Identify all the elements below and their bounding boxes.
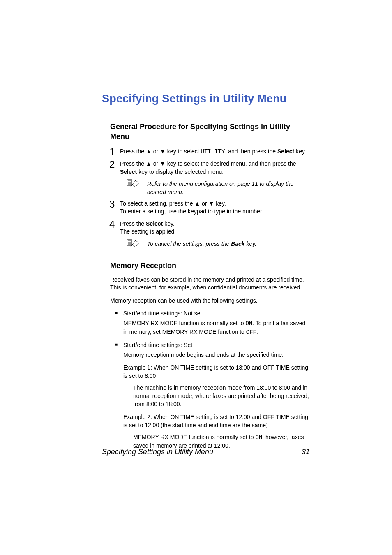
footer-divider — [102, 445, 310, 445]
key-back: Back — [231, 240, 244, 247]
bullet-body: Memory reception mode begins and ends at… — [123, 351, 310, 359]
step-text: , and then press the — [225, 148, 277, 155]
step-number: 4 — [109, 217, 115, 231]
svg-rect-6 — [127, 240, 132, 246]
step-text: key to display the selected menu. — [137, 169, 224, 175]
key-select: Select — [146, 220, 163, 227]
note-text: Refer to the menu configuration on page … — [147, 180, 293, 195]
body-paragraph: Memory reception can be used with the fo… — [110, 297, 310, 305]
page: Specifying Settings in Utility Menu Gene… — [0, 0, 392, 555]
text: . — [256, 328, 258, 335]
note-block: To cancel the settings, press the Back k… — [127, 240, 310, 248]
step-text: key. — [294, 148, 306, 155]
example-1-detail: The machine is in memory reception mode … — [133, 384, 310, 408]
section-heading-memory: Memory Reception — [110, 261, 310, 270]
section-heading-general: General Procedure for Specifying Setting… — [110, 122, 310, 142]
step-3: 3 To select a setting, press the ▲ or ▼ … — [110, 200, 310, 216]
steps-block: 1 Press the ▲ or ▼ key to select UTILITY… — [110, 148, 310, 248]
note-icon — [127, 239, 141, 247]
page-title: Specifying Settings in Utility Menu — [102, 92, 310, 105]
note-icon — [127, 179, 141, 187]
step-text: key. — [163, 220, 175, 227]
page-footer: Specifying Settings in Utility Menu 31 — [102, 445, 310, 456]
step-text: Press the — [120, 220, 146, 227]
mono-on: ON — [245, 320, 252, 327]
key-select: Select — [120, 169, 137, 175]
example-1: Example 1: When ON TIME setting is set t… — [123, 364, 310, 380]
text: MEMORY RX MODE function is normally set … — [133, 434, 255, 440]
step-text: To enter a setting, use the keypad to ty… — [120, 208, 263, 215]
note-text: key. — [245, 240, 257, 247]
step-4: 4 Press the Select key. The setting is a… — [110, 220, 310, 236]
step-text: Press the ▲ or ▼ key to select — [120, 148, 201, 155]
step-text: To select a setting, press the ▲ or ▼ ke… — [120, 200, 226, 207]
step-number: 1 — [109, 145, 115, 159]
svg-rect-0 — [127, 180, 132, 186]
step-1: 1 Press the ▲ or ▼ key to select UTILITY… — [110, 148, 310, 156]
note-text: To cancel the settings, press the — [147, 240, 231, 247]
bullet-item: Start/end time settings: Not set — [115, 310, 310, 318]
mono-on: ON — [255, 434, 262, 441]
mono-utility: UTILITY — [201, 148, 225, 155]
step-number: 2 — [109, 157, 115, 171]
bullet-item: Start/end time settings: Set — [115, 341, 310, 349]
body-paragraph: Received faxes can be stored in the memo… — [110, 276, 310, 292]
text: MEMORY RX MODE function is normally set … — [123, 320, 245, 326]
step-text: Press the ▲ or ▼ key to select the desir… — [120, 160, 296, 167]
mono-off: OFF — [246, 329, 256, 335]
step-2: 2 Press the ▲ or ▼ key to select the des… — [110, 160, 310, 176]
key-select: Select — [277, 148, 294, 155]
step-text: The setting is applied. — [120, 228, 176, 235]
example-2: Example 2: When ON TIME setting is set t… — [123, 413, 310, 429]
bullet-body: MEMORY RX MODE function is normally set … — [123, 319, 310, 336]
page-number: 31 — [302, 448, 310, 456]
footer-title: Specifying Settings in Utility Menu — [102, 448, 213, 456]
note-block: Refer to the menu configuration on page … — [127, 180, 310, 196]
step-number: 3 — [109, 197, 115, 211]
